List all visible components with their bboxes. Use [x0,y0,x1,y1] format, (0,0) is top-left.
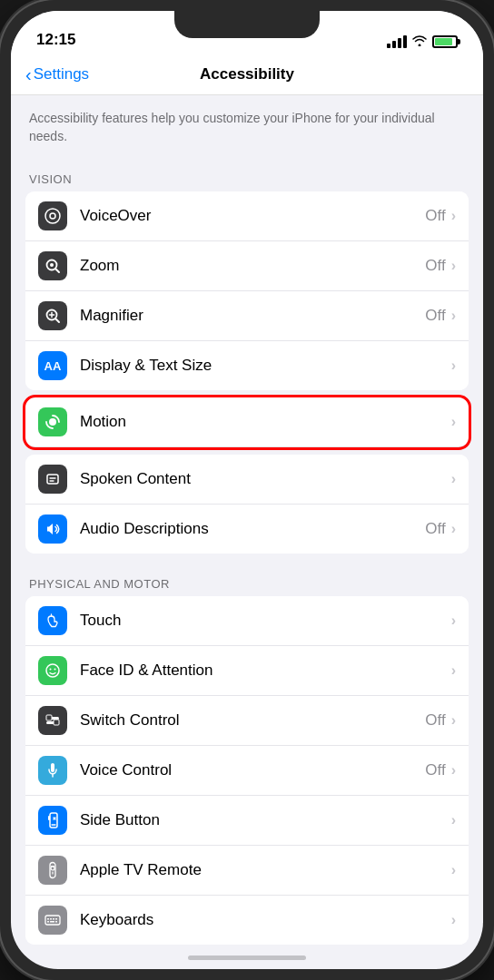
battery-icon [432,35,458,48]
motion-item[interactable]: Motion › [25,397,469,447]
keyboards-item[interactable]: Keyboards › [25,896,469,945]
back-chevron-icon: ‹ [25,64,32,85]
audio-item[interactable]: Audio Descriptions Off › [25,505,469,554]
motion-label: Motion [80,413,451,431]
side-chevron-icon: › [451,812,456,828]
appletv-item[interactable]: Apple TV Remote › [25,846,469,896]
spoken-item[interactable]: Spoken Content › [25,455,469,505]
keyboards-chevron-icon: › [451,912,456,928]
display-icon: AA [38,351,67,380]
magnifier-icon [38,301,67,330]
switch-label: Switch Control [80,711,425,730]
phone-frame: 12:15 [0,0,494,980]
audio-value: Off [425,520,445,538]
magnifier-item[interactable]: Magnifier Off › [25,291,469,341]
wifi-icon [412,34,427,49]
physical-group: Touch › Face ID & A [25,596,469,945]
voiceover-label: VoiceOver [80,207,425,225]
svg-rect-32 [47,918,49,920]
svg-rect-19 [46,715,52,720]
voice-item[interactable]: Voice Control Off › [25,746,469,796]
phone-screen: 12:15 [11,11,483,969]
svg-rect-35 [55,918,57,920]
vision-group-1: VoiceOver Off › Zoom [25,191,469,390]
side-item[interactable]: Side Button › [25,796,469,846]
battery-fill [435,38,452,45]
back-label: Settings [34,65,89,83]
faceid-item[interactable]: Face ID & Attention › [25,646,469,696]
status-time: 12:15 [36,31,75,49]
vision-group-2: Spoken Content › Audio Descriptions [25,455,469,554]
svg-point-28 [51,867,54,870]
zoom-item[interactable]: Zoom Off › [25,241,469,291]
audio-label: Audio Descriptions [80,520,425,538]
voice-label: Voice Control [80,761,425,779]
status-icons [387,34,458,49]
svg-point-0 [45,209,60,223]
voiceover-chevron-icon: › [451,208,456,224]
switch-value: Off [425,711,445,730]
motion-row-container: Motion › [25,397,469,447]
svg-line-6 [56,319,60,323]
switch-chevron-icon: › [451,712,456,729]
zoom-label: Zoom [80,257,425,275]
voice-chevron-icon: › [451,762,456,779]
spoken-icon [38,465,67,494]
zoom-value: Off [425,257,445,275]
switch-item[interactable]: Switch Control Off › [25,696,469,746]
touch-icon [38,606,67,635]
nav-bar: ‹ Settings Accessibility [11,56,483,95]
keyboards-icon [38,906,67,935]
svg-rect-34 [53,918,54,920]
signal-icon [387,35,407,48]
vision-section-header: VISION [11,156,483,191]
display-item[interactable]: AA Display & Text Size › [25,341,469,390]
svg-rect-36 [47,921,49,923]
svg-point-1 [50,213,55,219]
page-title: Accessibility [200,65,294,83]
appletv-icon [38,856,67,885]
magnifier-chevron-icon: › [451,308,456,324]
settings-content: Accessibility features help you customiz… [11,95,483,969]
keyboards-label: Keyboards [80,911,451,929]
zoom-icon [38,251,67,280]
physical-section-header: PHYSICAL AND MOTOR [11,561,483,596]
magnifier-label: Magnifier [80,307,425,325]
faceid-chevron-icon: › [451,662,456,679]
appletv-label: Apple TV Remote [80,861,451,879]
svg-point-15 [50,669,52,671]
switch-icon [38,706,67,735]
notch [174,11,320,38]
svg-rect-23 [48,816,50,820]
touch-item[interactable]: Touch › [25,596,469,646]
scroll-area: Accessibility features help you customiz… [11,95,483,969]
faceid-icon [38,656,67,685]
spoken-label: Spoken Content [80,470,451,488]
svg-point-4 [50,263,54,267]
svg-rect-31 [45,916,60,925]
svg-rect-33 [50,918,52,920]
display-label: Display & Text Size [80,357,451,375]
side-label: Side Button [80,811,451,829]
audio-icon [38,514,67,544]
home-indicator [188,956,306,960]
touch-chevron-icon: › [451,612,456,629]
audio-chevron-icon: › [451,521,456,537]
spoken-chevron-icon: › [451,471,456,487]
svg-point-16 [54,669,56,671]
faceid-label: Face ID & Attention [80,662,451,680]
appletv-chevron-icon: › [451,862,456,878]
svg-rect-38 [55,921,57,923]
back-button[interactable]: ‹ Settings [25,64,89,85]
voice-icon [38,756,67,785]
magnifier-value: Off [425,307,445,325]
voiceover-icon [38,201,67,230]
zoom-chevron-icon: › [451,258,456,274]
svg-rect-20 [54,720,59,725]
svg-point-14 [46,664,59,677]
svg-rect-37 [50,921,54,923]
side-icon [38,806,67,835]
display-chevron-icon: › [451,358,456,374]
svg-rect-10 [47,475,58,484]
voiceover-item[interactable]: VoiceOver Off › [25,191,469,241]
